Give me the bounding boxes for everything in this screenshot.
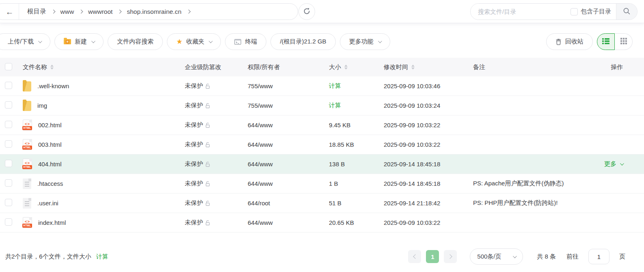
view-toggle (597, 33, 633, 50)
current-page-button[interactable]: 1 (426, 250, 439, 263)
table-body: .well-known未保护755/www计算2025-09-09 10:03:… (0, 76, 644, 233)
file-mtime: 2025-09-14 18:45:18 (384, 180, 473, 187)
table-row[interactable]: .htaccess未保护644/www1 B2025-09-14 18:45:1… (0, 174, 644, 194)
sort-icon (50, 65, 54, 70)
table-row[interactable]: img未保护755/www计算2025-09-09 10:03:24 (0, 96, 644, 115)
calc-size-link[interactable]: 计算 (329, 102, 341, 109)
refresh-button[interactable] (298, 3, 315, 20)
button-label: 更多功能 (349, 38, 374, 46)
row-checkbox[interactable] (5, 179, 12, 187)
html-file-icon: <>HTML (23, 139, 32, 150)
back-button[interactable]: ← (0, 4, 19, 20)
search-button[interactable] (616, 4, 637, 20)
chevron-right-icon (447, 254, 452, 259)
row-checkbox[interactable] (5, 140, 12, 148)
table-row[interactable]: <>HTML404.html未保护644/www138 B2025-09-14 … (0, 154, 644, 174)
file-mtime: 2025-09-14 18:45:18 (384, 161, 473, 168)
button-label: /(根目录)21.2 GB (280, 38, 326, 46)
file-name[interactable]: .well-known (37, 83, 69, 89)
tamper-status: 未保护 (185, 141, 203, 148)
include-subdir-label: 包含子目录 (581, 8, 611, 15)
file-mtime: 2025-09-09 10:03:46 (384, 83, 473, 89)
file-mtime: 2025-09-09 10:03:22 (384, 219, 473, 226)
calc-size-link[interactable]: 计算 (329, 82, 341, 89)
toolbar-left: 上传/下载+新建文件内容搜索★收藏夹终端/(根目录)21.2 GB更多功能 (0, 33, 390, 50)
breadcrumb-item[interactable]: www (56, 8, 79, 15)
file-name[interactable]: 003.html (38, 141, 62, 148)
sort-icon (344, 65, 348, 70)
row-checkbox[interactable] (5, 121, 12, 128)
content-search-button[interactable]: 文件内容搜索 (108, 33, 163, 50)
breadcrumb-item[interactable]: wwwroot (83, 8, 117, 15)
list-view-button[interactable] (597, 33, 615, 50)
file-name[interactable]: index.html (38, 219, 66, 226)
star-icon: ★ (176, 38, 182, 45)
sort-by-size[interactable]: 大小 (329, 63, 384, 71)
html-file-icon: <>HTML (23, 120, 32, 131)
tamper-status: 未保护 (185, 160, 203, 168)
text-file-icon (23, 198, 31, 209)
recycle-bin-button[interactable]: 回收站 (546, 33, 593, 50)
next-page-button[interactable] (444, 250, 457, 263)
file-permission: 644/www (248, 180, 329, 187)
row-checkbox[interactable] (5, 199, 12, 206)
breadcrumb-item[interactable]: shop.insomraine.cn (122, 8, 186, 15)
file-name[interactable]: .htaccess (37, 180, 63, 187)
row-checkbox[interactable] (5, 82, 12, 89)
chevron-right-icon (79, 10, 83, 14)
file-mtime: 2025-09-09 10:03:22 (384, 141, 473, 148)
button-label: 上传/下载 (8, 38, 34, 46)
unlock-icon (205, 83, 211, 89)
calc-size-link[interactable]: 计算 (96, 253, 108, 261)
unlock-icon (205, 142, 211, 148)
column-header-size: 大小 (329, 63, 341, 71)
column-header-mtime: 修改时间 (384, 63, 408, 71)
file-permission: 644/root (248, 200, 329, 207)
favorites-button[interactable]: ★收藏夹 (167, 33, 221, 50)
grid-view-icon (620, 38, 627, 46)
select-all-checkbox[interactable] (5, 63, 12, 70)
upload-download-button[interactable]: 上传/下载 (0, 33, 50, 50)
file-size: 138 B (329, 161, 345, 168)
tamper-status: 未保护 (185, 199, 203, 207)
table-row[interactable]: .well-known未保护755/www计算2025-09-09 10:03:… (0, 76, 644, 96)
row-checkbox[interactable] (5, 218, 12, 226)
column-header-tamper: 企业级防篡改 (185, 63, 221, 70)
row-checkbox[interactable] (5, 101, 12, 109)
trash-icon (555, 39, 562, 45)
more-features-button[interactable]: 更多功能 (340, 33, 390, 50)
tamper-status: 未保护 (185, 82, 203, 90)
button-label: 文件内容搜索 (117, 38, 153, 46)
file-size: 1 B (329, 180, 338, 187)
table-row[interactable]: <>HTML002.html未保护644/www9.45 KB2025-09-0… (0, 115, 644, 135)
column-header-name: 文件名称 (23, 63, 47, 71)
breadcrumb-item[interactable]: 根目录 (22, 7, 51, 16)
more-actions-link[interactable]: 更多 (604, 160, 623, 168)
terminal-button[interactable]: 终端 (225, 33, 266, 50)
sort-by-name[interactable]: 文件名称 (23, 63, 54, 71)
file-name[interactable]: .user.ini (37, 200, 58, 207)
file-note: PS: PHP用户配置文件(防跨站)! (473, 199, 594, 207)
table-row[interactable]: <>HTMLindex.html未保护644/www20.65 KB2025-0… (0, 213, 644, 233)
file-permission: 644/www (248, 219, 329, 226)
file-name[interactable]: 002.html (38, 122, 62, 128)
table-row[interactable]: .user.ini未保护644/root51 B2025-09-14 21:18… (0, 194, 644, 213)
file-name[interactable]: 404.html (38, 161, 62, 168)
goto-page-input[interactable] (588, 249, 609, 264)
new-button[interactable]: +新建 (54, 33, 104, 50)
chevron-down-icon (38, 39, 42, 43)
path-bar: ← 根目录wwwwwwrootshop.insomraine.cn (0, 3, 298, 20)
root-size-button[interactable]: /(根目录)21.2 GB (270, 33, 335, 50)
button-label: 回收站 (565, 38, 583, 46)
search-input[interactable] (471, 4, 571, 20)
page-size-select[interactable]: 500条/页 (470, 248, 523, 265)
file-name[interactable]: img (37, 102, 47, 109)
tamper-status: 未保护 (185, 102, 203, 109)
file-size: 51 B (329, 200, 341, 207)
include-subdir-checkbox[interactable] (571, 8, 578, 15)
table-row[interactable]: <>HTML003.html未保护644/www18.85 KB2025-09-… (0, 135, 644, 154)
prev-page-button[interactable] (408, 250, 421, 263)
row-checkbox[interactable] (5, 160, 12, 167)
grid-view-button[interactable] (615, 33, 633, 50)
sort-by-mtime[interactable]: 修改时间 (384, 63, 473, 71)
